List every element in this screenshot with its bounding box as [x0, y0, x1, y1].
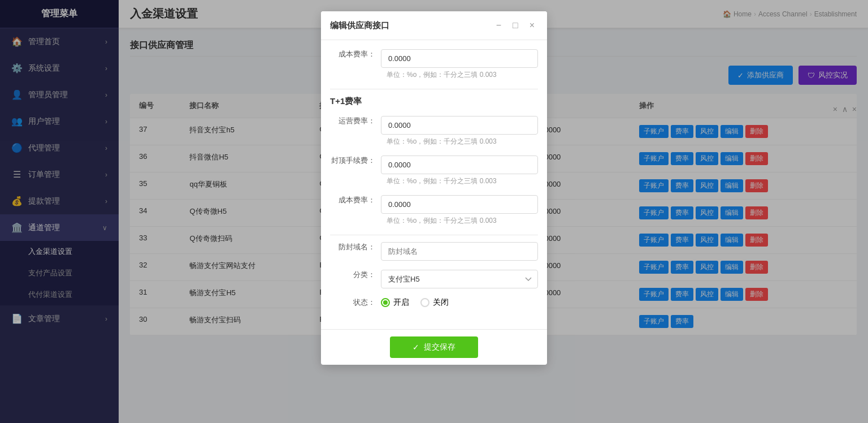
cap-fee-group: 封顶手续费： 单位：%o，例如：千分之三填 0.003 [330, 156, 538, 186]
anti-seal-group: 防封域名： [330, 242, 538, 261]
modal-close-btn[interactable]: × [526, 19, 538, 32]
anti-seal-label: 防封域名： [330, 242, 381, 252]
cap-fee-row: 封顶手续费： [330, 156, 538, 174]
modal-body: 成本费率： 单位：%o，例如：千分之三填 0.003 T+1费率 运营费率： 单… [321, 40, 547, 329]
t1-cost-row: 成本费率： [330, 195, 538, 214]
modal-header: 编辑供应商接口 − □ × [321, 11, 547, 40]
cost-rate-group: 成本费率： 单位：%o，例如：千分之三填 0.003 [330, 49, 538, 80]
status-label: 状态： [330, 297, 381, 308]
divider-1 [330, 89, 538, 89]
modal-footer: ✓ 提交保存 [321, 329, 547, 365]
radio-open-circle [381, 298, 390, 307]
anti-seal-input[interactable] [381, 242, 538, 261]
check-submit-icon: ✓ [413, 343, 419, 352]
status-open-label: 开启 [393, 297, 409, 308]
t1-section-label: T+1费率 [330, 96, 538, 107]
t1-cost-input[interactable] [381, 195, 538, 214]
edit-supplier-modal: 编辑供应商接口 − □ × 成本费率： 单位：%o，例如：千分之三填 0.003… [321, 11, 547, 365]
submit-save-button[interactable]: ✓ 提交保存 [390, 336, 478, 358]
status-radio-group: 开启 关闭 [381, 297, 449, 308]
operation-rate-input[interactable] [381, 116, 538, 135]
modal-maximize-btn[interactable]: □ [509, 19, 522, 32]
t1-cost-hint: 单位：%o，例如：千分之三填 0.003 [387, 216, 538, 226]
modal-minimize-btn[interactable]: − [493, 19, 505, 32]
cost-rate-hint: 单位：%o，例如：千分之三填 0.003 [387, 70, 538, 80]
divider-2 [330, 235, 538, 235]
status-open-radio[interactable]: 开启 [381, 297, 409, 308]
submit-label: 提交保存 [424, 342, 455, 352]
operation-rate-hint: 单位：%o，例如：千分之三填 0.003 [387, 137, 538, 146]
modal-overlay: 编辑供应商接口 − □ × 成本费率： 单位：%o，例如：千分之三填 0.003… [0, 0, 868, 423]
status-close-label: 关闭 [433, 297, 449, 308]
radio-close-circle [420, 298, 429, 307]
cap-fee-label: 封顶手续费： [330, 156, 381, 166]
category-select[interactable]: 支付宝H5 微信H5 扫码 网站支付 [381, 270, 538, 288]
cost-rate-label: 成本费率： [330, 49, 381, 59]
t1-cost-label: 成本费率： [330, 195, 381, 205]
status-close-radio[interactable]: 关闭 [420, 297, 449, 308]
modal-controls: − □ × [493, 19, 538, 32]
category-group: 分类： 支付宝H5 微信H5 扫码 网站支付 [330, 270, 538, 288]
cost-rate-input[interactable] [381, 49, 538, 68]
status-group: 状态： 开启 关闭 [330, 297, 538, 311]
t1-cost-group: 成本费率： 单位：%o，例如：千分之三填 0.003 [330, 195, 538, 226]
cost-rate-row: 成本费率： [330, 49, 538, 68]
cap-fee-hint: 单位：%o，例如：千分之三填 0.003 [387, 176, 538, 186]
modal-title: 编辑供应商接口 [330, 20, 389, 31]
operation-rate-group: 运营费率： 单位：%o，例如：千分之三填 0.003 [330, 116, 538, 146]
operation-rate-row: 运营费率： [330, 116, 538, 135]
anti-seal-row: 防封域名： [330, 242, 538, 261]
category-label: 分类： [330, 270, 381, 280]
category-row: 分类： 支付宝H5 微信H5 扫码 网站支付 [330, 270, 538, 288]
cap-fee-input[interactable] [381, 156, 538, 174]
status-row: 状态： 开启 关闭 [330, 297, 538, 311]
operation-rate-label: 运营费率： [330, 116, 381, 126]
